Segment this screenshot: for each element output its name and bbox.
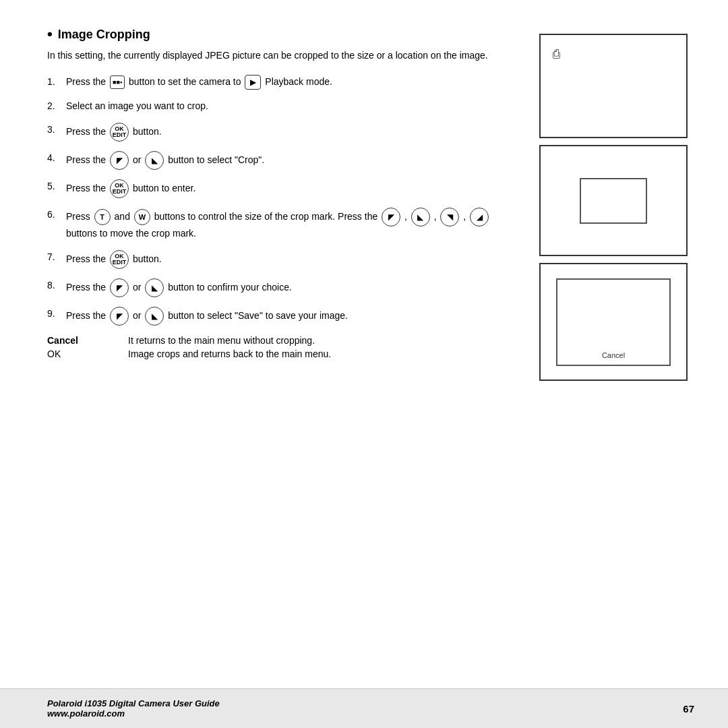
ok-edit-button-7: OKEDIT (110, 250, 129, 269)
step-6: 6. Press T and W buttons to control the … (47, 208, 519, 241)
step-num-5: 5. (47, 179, 66, 198)
nav-up-8: ◤ (110, 278, 129, 297)
nav-dn-9: ◣ (145, 307, 164, 326)
nav-up-4: ◤ (110, 151, 129, 170)
guide-title: Polaroid i1035 Digital Camera User Guide (47, 698, 220, 708)
step-8: 8. Press the ◤ or ◣ button to confirm yo… (47, 278, 519, 297)
step-9: 9. Press the ◤ or ◣ button to select "Sa… (47, 307, 519, 326)
footer: Polaroid i1035 Digital Camera User Guide… (0, 688, 728, 728)
step-num-6: 6. (47, 208, 66, 241)
main-content: • Image Cropping In this setting, the cu… (0, 0, 728, 688)
nav-right-6: ◢ (470, 208, 489, 226)
step-content-6: Press T and W buttons to control the siz… (66, 208, 519, 241)
step-num-4: 4. (47, 151, 66, 170)
steps-list: 1. Press the ■■▪ button to set the camer… (47, 75, 519, 326)
step-5: 5. Press the OKEDIT button to enter. (47, 179, 519, 198)
ok-val: Image crops and returns back to the main… (128, 348, 519, 359)
website-url: www.polaroid.com (47, 708, 220, 719)
crop-selection-rect (580, 178, 647, 224)
cancel-row: Cancel It returns to the main menu witho… (47, 335, 519, 346)
t-button-icon: T (94, 209, 111, 225)
intro-text: In this setting, the currently displayed… (47, 49, 519, 63)
step-2: 2. Select an image you want to crop. (47, 99, 519, 113)
footer-left: Polaroid i1035 Digital Camera User Guide… (47, 698, 220, 719)
step-num-7: 7. (47, 250, 66, 269)
page-title: Image Cropping (58, 28, 150, 42)
nav-dn-4: ◣ (145, 151, 164, 170)
step-content-8: Press the ◤ or ◣ button to confirm your … (66, 278, 519, 297)
step-content-2: Select an image you want to crop. (66, 99, 519, 113)
cancel-val: It returns to the main menu without crop… (128, 335, 519, 346)
nav-left-6: ◥ (440, 208, 459, 226)
cancel-diagram-label: Cancel (602, 351, 625, 359)
section-title: • Image Cropping (47, 27, 519, 42)
bullet-icon: • (47, 27, 53, 42)
left-column: • Image Cropping In this setting, the cu… (47, 27, 539, 675)
step-7: 7. Press the OKEDIT button. (47, 250, 519, 269)
playback-icon: ▶ (245, 75, 261, 90)
step-num-3: 3. (47, 123, 66, 142)
ok-edit-button-3: OKEDIT (110, 123, 129, 142)
step-4: 4. Press the ◤ or ◣ button to select "Cr… (47, 151, 519, 170)
step-content-3: Press the OKEDIT button. (66, 123, 519, 142)
or-text-8: or (133, 282, 141, 293)
step-num-9: 9. (47, 307, 66, 326)
ok-edit-button-5: OKEDIT (110, 179, 129, 198)
cancel-key: Cancel (47, 335, 128, 346)
mode-button-icon: ■■▪ (110, 75, 125, 89)
step-num-8: 8. (47, 278, 66, 297)
right-column: ⎙ Cancel (539, 27, 694, 675)
step-num-1: 1. (47, 75, 66, 90)
step-content-7: Press the OKEDIT button. (66, 250, 519, 269)
diagram-1: ⎙ (539, 34, 688, 138)
crop-tool-icon: ⎙ (553, 47, 560, 61)
step-3: 3. Press the OKEDIT button. (47, 123, 519, 142)
nav-dn-6: ◣ (411, 208, 430, 226)
step-content-9: Press the ◤ or ◣ button to select "Save"… (66, 307, 519, 326)
step-content-1: Press the ■■▪ button to set the camera t… (66, 75, 519, 90)
w-button-icon: W (134, 209, 150, 225)
step-content-4: Press the ◤ or ◣ button to select "Crop"… (66, 151, 519, 170)
step-1: 1. Press the ■■▪ button to set the camer… (47, 75, 519, 90)
diagram-2 (539, 145, 688, 256)
diagram-3: Cancel (539, 263, 688, 381)
crop-confirm-rect: Cancel (556, 278, 671, 366)
step-num-2: 2. (47, 99, 66, 113)
cancel-ok-section: Cancel It returns to the main menu witho… (47, 335, 519, 359)
ok-row: OK Image crops and returns back to the m… (47, 348, 519, 359)
page-number: 67 (683, 703, 694, 715)
step-content-5: Press the OKEDIT button to enter. (66, 179, 519, 198)
or-text-4: or (133, 154, 141, 165)
ok-key: OK (47, 348, 128, 359)
or-text-9: or (133, 310, 141, 321)
nav-up-9: ◤ (110, 307, 129, 326)
nav-dn-8: ◣ (145, 278, 164, 297)
page: • Image Cropping In this setting, the cu… (0, 0, 728, 728)
nav-up-6: ◤ (382, 208, 400, 226)
